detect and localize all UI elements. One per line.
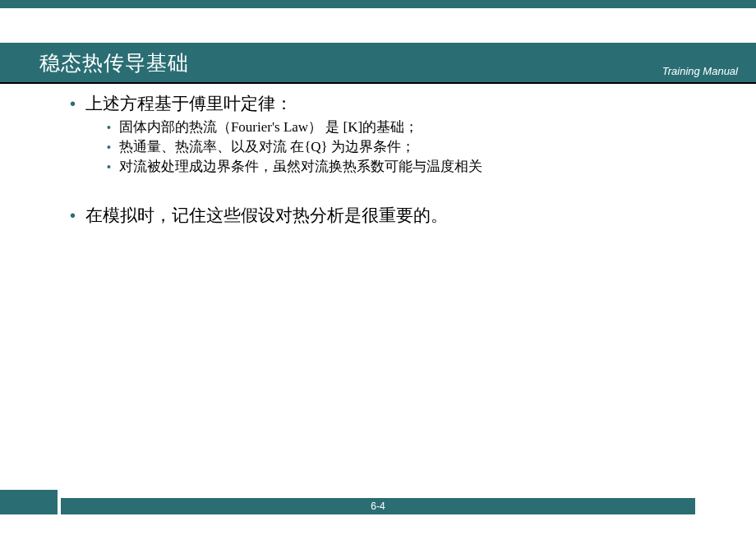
title-underline <box>0 82 756 84</box>
title-bar: 稳态热传导基础 Training Manual <box>0 43 756 82</box>
bullet-sub: • 热通量、热流率、以及对流 在{Q} 为边界条件； <box>107 138 694 156</box>
top-stripe <box>0 0 756 8</box>
slide-title: 稳态热传导基础 <box>39 49 189 76</box>
bullet-main-text: 上述方程基于傅里叶定律： <box>85 92 293 115</box>
footer-left-block <box>0 490 58 514</box>
bullet-sub: • 对流被处理成边界条件，虽然对流换热系数可能与温度相关 <box>107 158 694 176</box>
sub-bullets: • 固体内部的热流（Fourier's Law） 是 [K]的基础； • 热通量… <box>107 118 694 176</box>
slide-content: • 上述方程基于傅里叶定律： • 固体内部的热流（Fourier's Law） … <box>70 92 694 230</box>
bullet-sub-text: 对流被处理成边界条件，虽然对流换热系数可能与温度相关 <box>119 158 482 176</box>
bullet-dot-icon: • <box>70 92 76 115</box>
bullet-sub: • 固体内部的热流（Fourier's Law） 是 [K]的基础； <box>107 118 694 136</box>
bullet-main-text: 在模拟时，记住这些假设对热分析是很重要的。 <box>85 204 448 227</box>
bullet-dot-icon: • <box>107 158 111 176</box>
bullet-main: • 上述方程基于傅里叶定律： <box>70 92 694 115</box>
footer-page-number: 6-4 <box>61 498 695 514</box>
bullet-main: • 在模拟时，记住这些假设对热分析是很重要的。 <box>70 204 694 227</box>
bullet-sub-text: 固体内部的热流（Fourier's Law） 是 [K]的基础； <box>119 118 418 136</box>
bullet-sub-text: 热通量、热流率、以及对流 在{Q} 为边界条件； <box>119 138 415 156</box>
bullet-dot-icon: • <box>107 118 111 136</box>
bullet-dot-icon: • <box>107 138 111 156</box>
spacer <box>70 178 694 204</box>
bullet-dot-icon: • <box>70 204 76 227</box>
training-manual-label: Training Manual <box>662 65 738 77</box>
